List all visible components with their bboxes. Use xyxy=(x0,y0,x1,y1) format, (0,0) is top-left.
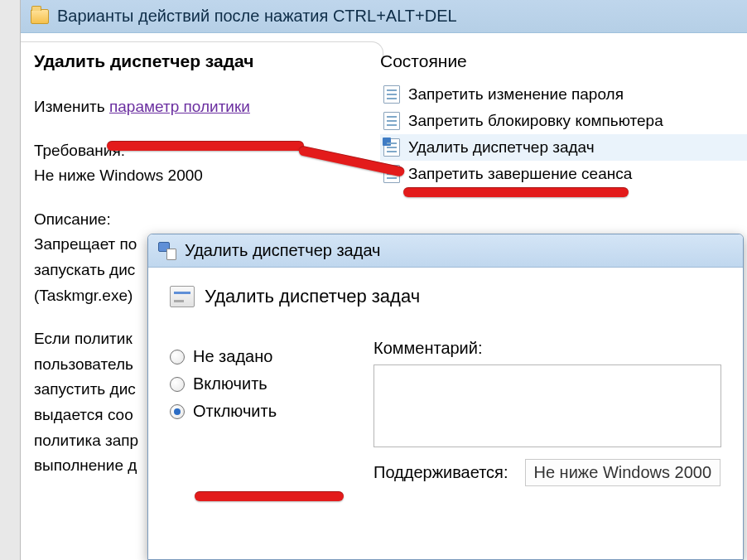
comment-label: Комментарий: xyxy=(374,339,721,358)
outer-titlebar: Варианты действий после нажатия CTRL+ALT… xyxy=(21,0,747,33)
policy-icon xyxy=(383,85,400,104)
change-policy-link[interactable]: параметр политики xyxy=(109,98,250,115)
radio-enabled[interactable]: Включить xyxy=(170,374,335,393)
radio-label: Не задано xyxy=(193,347,272,366)
policy-heading: Удалить диспетчер задач xyxy=(34,51,347,71)
policy-item-deny-password-change[interactable]: Запретить изменение пароля xyxy=(380,81,747,108)
change-policy-line: Изменить параметр политики xyxy=(34,96,347,118)
supported-label: Поддерживается: xyxy=(374,463,508,482)
radio-icon xyxy=(170,377,185,392)
settings-icon xyxy=(170,286,195,307)
folder-icon xyxy=(31,9,49,24)
policy-settings-dialog: Удалить диспетчер задач Удалить диспетче… xyxy=(147,234,744,560)
policy-icon xyxy=(383,138,400,157)
change-prefix: Изменить xyxy=(34,98,109,115)
radio-label: Отключить xyxy=(193,402,277,421)
policy-item-label: Запретить блокировку компьютера xyxy=(408,112,663,130)
app-icon xyxy=(158,242,176,260)
annotation-underline xyxy=(107,141,304,151)
radio-not-configured[interactable]: Не задано xyxy=(170,347,335,366)
dialog-title: Удалить диспетчер задач xyxy=(185,241,381,260)
dialog-titlebar[interactable]: Удалить диспетчер задач xyxy=(148,234,743,268)
policy-item-label: Запретить изменение пароля xyxy=(408,85,624,104)
radio-icon-checked xyxy=(170,404,185,419)
radio-group: Не задано Включить Отключить xyxy=(170,339,335,486)
radio-disabled[interactable]: Отключить xyxy=(170,402,335,421)
radio-label: Включить xyxy=(193,374,267,393)
policy-icon xyxy=(383,112,400,130)
description-label: Описание: xyxy=(34,209,347,231)
policy-item-label: Удалить диспетчер задач xyxy=(408,138,595,157)
supported-value: Не ниже Windows 2000 xyxy=(525,459,721,486)
comment-textarea[interactable] xyxy=(374,364,721,447)
annotation-underline xyxy=(403,187,629,197)
dialog-heading-text: Удалить диспетчер задач xyxy=(205,286,420,307)
policy-item-deny-lock[interactable]: Запретить блокировку компьютера xyxy=(380,108,747,134)
policy-item-deny-logoff[interactable]: Запретить завершение сеанса xyxy=(380,161,747,187)
policy-item-label: Запретить завершение сеанса xyxy=(408,165,632,183)
requirements-value: Не ниже Windows 2000 xyxy=(34,165,347,187)
dialog-heading: Удалить диспетчер задач xyxy=(170,286,721,307)
window-title: Варианты действий после нажатия CTRL+ALT… xyxy=(57,7,457,26)
radio-icon xyxy=(170,350,185,364)
policy-item-remove-task-manager[interactable]: Удалить диспетчер задач xyxy=(380,134,747,161)
state-heading: Состояние xyxy=(380,51,747,71)
annotation-underline xyxy=(195,491,344,501)
policy-list: Запретить изменение пароля Запретить бло… xyxy=(380,81,747,187)
